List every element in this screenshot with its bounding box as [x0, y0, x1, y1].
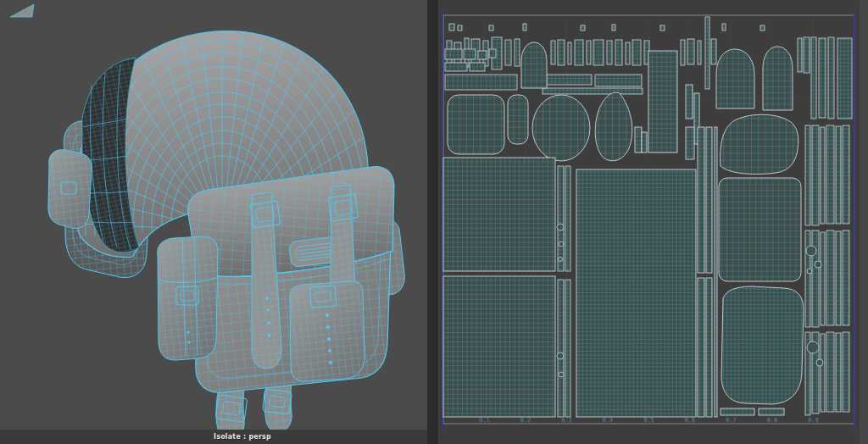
uv-shell-block-a[interactable]	[443, 158, 555, 271]
uv-editor-canvas[interactable]	[438, 0, 868, 444]
uv-axis-tick: 0.4	[603, 417, 614, 424]
uv-editor-viewport[interactable]	[438, 0, 868, 444]
uv-axis-tick: 0.6	[685, 417, 696, 424]
perspective-view-canvas[interactable]	[0, 0, 427, 444]
uv-axis-tick: 0.2	[520, 417, 531, 424]
uv-axis-tick: 0.3	[561, 417, 572, 424]
corner-geometry[interactable]	[10, 4, 34, 17]
uv-shell-center-strips[interactable]	[557, 166, 570, 417]
application-window: Isolate : persp	[0, 0, 868, 444]
perspective-viewport[interactable]: Isolate : persp	[0, 0, 427, 444]
uv-axis-tick: 0.7	[726, 417, 737, 424]
uv-axis-tick: 0.9	[808, 417, 819, 424]
uv-axis-tick: 0.5	[643, 417, 654, 424]
uv-shell-right-mid[interactable]	[698, 114, 804, 417]
uv-shell-block-c[interactable]	[443, 276, 555, 417]
panel-divider[interactable]	[427, 0, 438, 444]
uv-axis-tick: 0.8	[767, 417, 778, 424]
uv-shell-right-column[interactable]	[805, 125, 849, 415]
uv-axis-ticks: 0.1 0.2 0.3 0.4 0.5 0.6 0.7 0.8 0.9	[443, 417, 854, 425]
window-edge	[860, 0, 868, 444]
side-pouch-small[interactable]	[48, 150, 92, 229]
isolate-mode-label: Isolate : persp	[214, 433, 271, 441]
attached-pouch-left[interactable]	[158, 236, 218, 360]
uv-shell-block-b[interactable]	[576, 169, 696, 417]
strap-panel-right[interactable]	[290, 281, 364, 381]
uv-axis-tick: 0.1	[479, 417, 490, 424]
